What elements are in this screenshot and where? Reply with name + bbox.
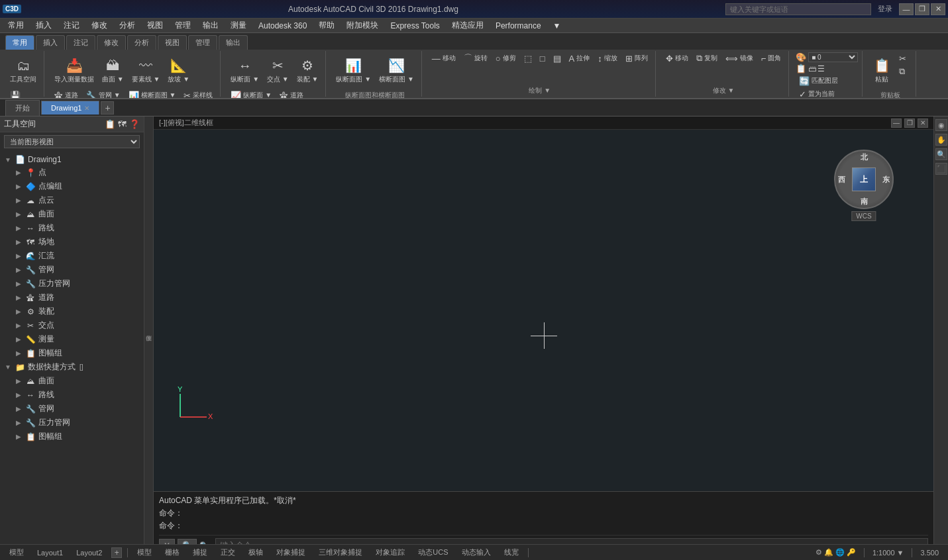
menu-item-analyze[interactable]: 分析 xyxy=(114,19,140,32)
tab-start[interactable]: 开始 xyxy=(5,100,40,116)
arc-button[interactable]: ⌒旋转 xyxy=(460,52,491,64)
menu-item-express-tools[interactable]: Express Tools xyxy=(385,20,445,32)
login-label[interactable]: 登录 xyxy=(878,4,892,14)
tree-item-sc-surface[interactable]: ▶ ⛰ 曲面 xyxy=(0,374,144,388)
profile-view-button[interactable]: 📊 纵断面图 ▼ xyxy=(333,52,374,89)
tab-close-icon[interactable]: ✕ xyxy=(84,105,89,112)
viewport-close-btn[interactable]: ✕ xyxy=(918,118,928,128)
tree-item-sc-pressure[interactable]: ▶ 🔧 压力管网 xyxy=(0,416,144,430)
status-lw[interactable]: 线宽 xyxy=(500,547,523,557)
menu-item-insert[interactable]: 插入 xyxy=(30,19,57,32)
intersection-button[interactable]: ✂ 交点 ▼ xyxy=(264,52,292,89)
tree-item-drawing1[interactable]: ▼ 📄 Drawing1 xyxy=(0,154,144,165)
dim-button[interactable]: ↕缩放 xyxy=(594,52,621,64)
tree-item-sc-sheet[interactable]: ▶ 📋 图幅组 xyxy=(0,430,144,443)
status-mode-model[interactable]: 模型 xyxy=(133,547,156,557)
toolspace-button[interactable]: 🗂 工具空间 xyxy=(7,52,40,89)
tree-item-point-cloud[interactable]: ▶ ☁ 点云 xyxy=(0,193,144,207)
layer-state-btn[interactable]: ☰ xyxy=(817,64,825,73)
status-ortho[interactable]: 正交 xyxy=(217,547,239,557)
command-input[interactable] xyxy=(215,538,928,544)
status-layout1-tab[interactable]: Layout1 xyxy=(33,549,67,557)
road-button[interactable]: 🛣道路 xyxy=(51,89,81,98)
status-3dosnap[interactable]: 三维对象捕捉 xyxy=(315,547,366,557)
status-grid[interactable]: 栅格 xyxy=(161,547,184,557)
array-button[interactable]: ⊞阵列 xyxy=(622,52,651,64)
tree-item-alignment[interactable]: ▶ ↔ 路线 xyxy=(0,221,144,235)
set-current-button[interactable]: ✓置为当前 xyxy=(796,88,838,98)
status-layout2-tab[interactable]: Layout2 xyxy=(72,549,106,557)
sidebar-icon1[interactable]: 📋 xyxy=(105,119,115,129)
section-view-button[interactable]: 📉 横断面图 ▼ xyxy=(376,52,417,89)
tab-add-button[interactable]: + xyxy=(101,101,114,115)
menu-item-changyon[interactable]: 常用 xyxy=(3,19,29,32)
menu-item-help[interactable]: 帮助 xyxy=(313,19,340,32)
hatch-button[interactable]: ▤ xyxy=(550,52,564,64)
match-layer-button[interactable]: 🔄匹配图层 xyxy=(796,75,841,87)
ribbon-tab-manage[interactable]: 管理 xyxy=(188,35,217,50)
assembly-button[interactable]: ⚙ 装配 ▼ xyxy=(293,52,322,89)
tree-item-sheet-set[interactable]: ▶ 📋 图幅组 xyxy=(0,346,144,360)
viewport[interactable]: [-][俯视]二维线框 — ❒ ✕ 北 南 xyxy=(154,117,933,491)
menu-item-view[interactable]: 视图 xyxy=(142,19,168,32)
copy-button[interactable]: ⧉复制 xyxy=(693,52,721,64)
save-btn-small[interactable]: 💾 xyxy=(7,89,24,98)
cmd-arrow-btn[interactable]: 🔍 xyxy=(178,539,197,544)
restore-button[interactable]: ❒ xyxy=(915,3,929,15)
chamfer-button[interactable]: ⌐圆角 xyxy=(758,52,785,64)
tree-item-assembly2[interactable]: ▶ ⚙ 装配 xyxy=(0,304,144,318)
tree-item-points[interactable]: ▶ 📍 点 xyxy=(0,165,144,179)
line-button[interactable]: —移动 xyxy=(429,52,459,64)
circle-button[interactable]: ○修剪 xyxy=(492,52,519,64)
status-scale[interactable]: 1:1000 ▼ xyxy=(869,549,908,557)
menu-item-a360[interactable]: Autodesk 360 xyxy=(253,20,312,32)
grading-button[interactable]: 📐 放坡 ▼ xyxy=(164,52,193,89)
status-polar[interactable]: 极轴 xyxy=(244,547,267,557)
tree-item-survey[interactable]: ▶ 📏 测量 xyxy=(0,332,144,346)
pipe-button[interactable]: 🔧管网 ▼ xyxy=(83,89,124,98)
status-model-tab[interactable]: 模型 xyxy=(5,547,28,557)
layer-props-btn[interactable]: 🗃 xyxy=(808,64,816,73)
close-button[interactable]: ✕ xyxy=(931,3,945,15)
tree-item-shortcuts[interactable]: ▼ 📁 数据快捷方式 [] xyxy=(0,360,144,374)
import-survey-button[interactable]: 📥 导入测量数据 xyxy=(51,52,97,89)
status-otrack[interactable]: 对象追踪 xyxy=(372,547,409,557)
search-input[interactable] xyxy=(725,3,871,15)
menu-item-modify[interactable]: 修改 xyxy=(86,19,113,32)
tree-item-intersection[interactable]: ▶ ✂ 交点 xyxy=(0,318,144,332)
rect-button[interactable]: □ xyxy=(537,52,549,64)
tree-item-point-groups[interactable]: ▶ 🔷 点编组 xyxy=(0,179,144,193)
layer-color-select[interactable]: ■ 0 xyxy=(808,52,858,62)
ribbon-tab-insert[interactable]: 插入 xyxy=(36,35,65,50)
menu-item-expand[interactable]: ▼ xyxy=(548,20,566,32)
surface-button[interactable]: 🏔 曲面 ▼ xyxy=(99,52,127,89)
tree-item-surface[interactable]: ▶ ⛰ 曲面 xyxy=(0,207,144,221)
text-button[interactable]: A拉伸 xyxy=(566,52,594,64)
tab-drawing1[interactable]: Drawing1 ✕ xyxy=(41,101,99,115)
menu-item-output[interactable]: 输出 xyxy=(197,19,224,32)
menu-item-performance[interactable]: Performance xyxy=(490,20,547,32)
alignment-button[interactable]: ↔ 纵断面 ▼ xyxy=(227,52,262,89)
cut-button[interactable]: ✂ xyxy=(896,52,912,64)
right-panel-btn3[interactable]: 🔍 xyxy=(935,148,947,160)
menu-item-addons[interactable]: 附加模块 xyxy=(341,19,384,32)
section-button[interactable]: 📊横断面图 ▼ xyxy=(125,89,180,98)
feature-line-button[interactable]: 〰 要素线 ▼ xyxy=(129,52,164,89)
mirror-button[interactable]: ⟺镜像 xyxy=(722,52,757,64)
ribbon-tab-common[interactable]: 常用 xyxy=(5,35,34,50)
status-dynin[interactable]: 动态输入 xyxy=(458,547,495,557)
sidebar-icon2[interactable]: 🗺 xyxy=(118,119,127,129)
ribbon-tab-analyze[interactable]: 分析 xyxy=(127,35,156,50)
menu-item-featured[interactable]: 精选应用 xyxy=(447,19,489,32)
right-panel-btn1[interactable]: ◉ xyxy=(935,119,947,131)
polyline-button[interactable]: ⬚ xyxy=(521,52,535,64)
status-add-layout-btn[interactable]: + xyxy=(111,547,122,558)
tree-item-sc-pipe[interactable]: ▶ 🔧 管网 xyxy=(0,402,144,416)
right-panel-btn4[interactable]: ⬛ xyxy=(935,163,947,175)
sidebar-icon3[interactable]: ❓ xyxy=(129,119,140,129)
cmd-scroll-btn[interactable]: ✕ xyxy=(159,539,175,544)
status-icons[interactable]: ⚙ 🔔 🌐 🔑 xyxy=(812,548,860,557)
viewport-restore-btn[interactable]: ❒ xyxy=(904,118,915,128)
tree-item-site[interactable]: ▶ 🗺 场地 xyxy=(0,235,144,249)
tree-item-road[interactable]: ▶ 🛣 道路 xyxy=(0,291,144,304)
